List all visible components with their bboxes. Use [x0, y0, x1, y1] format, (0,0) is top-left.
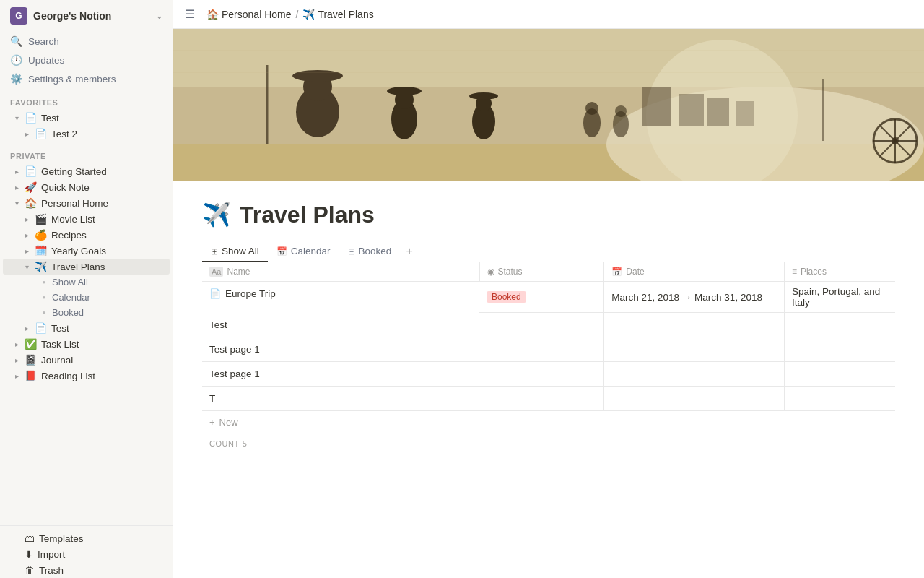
- status-badge: Booked: [487, 291, 526, 303]
- col-header-name[interactable]: Aa Name: [202, 262, 479, 282]
- cell-date[interactable]: March 21, 2018 → March 31, 2018: [604, 282, 785, 313]
- sidebar-item-reading-list[interactable]: ▸ 📕 Reading List: [3, 368, 170, 384]
- tab-calendar[interactable]: 📅 Calendar: [268, 241, 339, 262]
- sidebar-item-label: Trash: [39, 565, 165, 576]
- reading-icon: 📕: [25, 370, 37, 381]
- col-date-label: Date: [626, 267, 644, 277]
- breadcrumb-current[interactable]: ✈️ Travel Plans: [302, 9, 373, 20]
- row-name-text: Europe Trip: [225, 288, 276, 299]
- cover-image: [173, 29, 924, 181]
- cell-places[interactable]: Spain, Portugal, and Italy: [784, 282, 895, 313]
- cell-name[interactable]: Test page 1: [202, 362, 479, 387]
- sidebar-item-label: Calendar: [52, 292, 165, 303]
- sidebar-item-movie-list[interactable]: ▸ 🎬 Movie List: [3, 211, 170, 227]
- sidebar-item-quick-note[interactable]: ▸ 🚀 Quick Note: [3, 179, 170, 195]
- sidebar-item-label: Booked: [52, 307, 165, 318]
- page-icon: 📄: [25, 112, 37, 124]
- breadcrumb-separator: /: [296, 9, 299, 20]
- sidebar-item-trash[interactable]: 🗑 Trash: [3, 562, 170, 578]
- expand-arrow-icon: ▸: [20, 130, 33, 138]
- sidebar-item-getting-started[interactable]: ▸ 📄 Getting Started: [3, 163, 170, 179]
- sidebar-item-label: Travel Plans: [51, 262, 165, 272]
- search-icon: 🔍: [10, 35, 22, 47]
- cell-places[interactable]: [784, 387, 895, 411]
- workspace-header[interactable]: G George's Notion ⌄: [0, 0, 173, 32]
- sidebar-item-test2[interactable]: ▸ 📄 Test 2: [3, 126, 170, 142]
- sidebar-item-label: Show All: [52, 277, 165, 288]
- sidebar-item-import[interactable]: ⬇ Import: [3, 546, 170, 562]
- add-view-button[interactable]: +: [400, 242, 418, 261]
- col-places-label: Places: [801, 267, 827, 277]
- svg-rect-26: [707, 98, 729, 126]
- sidebar-item-travel-plans[interactable]: ▾ ✈️ Travel Plans: [3, 259, 170, 275]
- rocket-icon: 🚀: [25, 181, 37, 193]
- cell-date[interactable]: [604, 337, 785, 362]
- sidebar-item-task-list[interactable]: ▸ ✅ Task List: [3, 336, 170, 352]
- new-row-button[interactable]: + New: [202, 411, 895, 434]
- page-emoji: ✈️: [202, 201, 231, 228]
- recipes-icon: 🍊: [35, 229, 47, 241]
- sidebar-item-show-all[interactable]: ● Show All: [3, 275, 170, 290]
- topbar: ☰ 🏠 Personal Home / ✈️ Travel Plans: [173, 0, 924, 29]
- cell-status[interactable]: [479, 313, 604, 337]
- cell-name[interactable]: Test page 1: [202, 337, 479, 362]
- table-icon: ⊞: [211, 246, 218, 256]
- table-row[interactable]: 📄Europe TripBookedMarch 21, 2018 → March…: [202, 282, 895, 313]
- sidebar-item-recipes[interactable]: ▸ 🍊 Recipes: [3, 227, 170, 243]
- sidebar-item-templates[interactable]: 🗃 Templates: [3, 530, 170, 546]
- sidebar-updates[interactable]: 🕐 Updates: [0, 51, 173, 69]
- col-header-status[interactable]: ◉ Status: [479, 262, 604, 282]
- cell-date[interactable]: [604, 387, 785, 411]
- tab-label: Show All: [222, 246, 259, 256]
- sidebar-item-test-page[interactable]: ▸ 📄 Test: [3, 320, 170, 336]
- cell-status[interactable]: [479, 337, 604, 362]
- table-row[interactable]: Test page 1: [202, 337, 895, 362]
- sidebar-item-journal[interactable]: ▸ 📓 Journal: [3, 352, 170, 368]
- places-col-icon: ≡: [792, 267, 797, 277]
- sidebar-item-yearly-goals[interactable]: ▸ 🗓️ Yearly Goals: [3, 243, 170, 259]
- cell-places[interactable]: [784, 362, 895, 387]
- new-label: New: [219, 417, 238, 428]
- page-icon: 📄: [35, 128, 47, 139]
- sidebar-item-personal-home[interactable]: ▾ 🏠 Personal Home: [3, 195, 170, 211]
- cell-date[interactable]: [604, 313, 785, 337]
- cell-places[interactable]: [784, 337, 895, 362]
- cell-date[interactable]: [604, 362, 785, 387]
- col-header-date[interactable]: 📅 Date: [604, 262, 785, 282]
- sidebar-settings[interactable]: ⚙️ Settings & members: [0, 69, 173, 88]
- page-body: ✈️ Travel Plans ⊞ Show All 📅 Calendar ⊟ …: [173, 181, 924, 578]
- table-row[interactable]: Test page 1: [202, 362, 895, 387]
- sidebar-search[interactable]: 🔍 Search: [0, 32, 173, 51]
- database-table: Aa Name ◉ Status 📅 Date: [202, 262, 895, 411]
- cell-name[interactable]: Test: [202, 313, 479, 337]
- tab-show-all[interactable]: ⊞ Show All: [202, 241, 268, 262]
- cell-status[interactable]: Booked: [479, 282, 604, 313]
- cell-status[interactable]: [479, 362, 604, 387]
- sidebar-item-booked-view[interactable]: ● Booked: [3, 305, 170, 320]
- chevron-down-icon: ⌄: [156, 12, 162, 21]
- table-row[interactable]: Test: [202, 313, 895, 337]
- expand-arrow-icon: ▸: [20, 247, 33, 255]
- expand-arrow-icon: ▸: [20, 324, 33, 332]
- breadcrumb-home[interactable]: 🏠 Personal Home: [206, 9, 292, 20]
- calendar-tab-icon: 📅: [276, 246, 287, 256]
- count-value: 5: [243, 439, 247, 448]
- cell-name[interactable]: T: [202, 387, 479, 411]
- menu-icon[interactable]: ☰: [185, 7, 195, 21]
- row-name-text: T: [209, 393, 215, 404]
- cell-status[interactable]: [479, 387, 604, 411]
- home-emoji: 🏠: [206, 9, 219, 20]
- table-row[interactable]: T: [202, 387, 895, 411]
- airplane-icon: ✈️: [35, 261, 47, 272]
- cell-places[interactable]: [784, 313, 895, 337]
- calendar-icon: 🗓️: [35, 245, 47, 256]
- tab-booked[interactable]: ⊟ Booked: [339, 241, 401, 262]
- sidebar-item-label: Movie List: [51, 214, 165, 225]
- expand-arrow-icon: ▾: [20, 263, 33, 271]
- col-status-label: Status: [498, 267, 523, 277]
- cell-name[interactable]: 📄Europe Trip: [202, 282, 479, 306]
- col-header-places[interactable]: ≡ Places: [784, 262, 895, 282]
- sidebar-item-calendar-view[interactable]: ● Calendar: [3, 290, 170, 305]
- expand-arrow-icon: ▸: [10, 356, 23, 364]
- sidebar-item-test[interactable]: ▾ 📄 Test: [3, 110, 170, 126]
